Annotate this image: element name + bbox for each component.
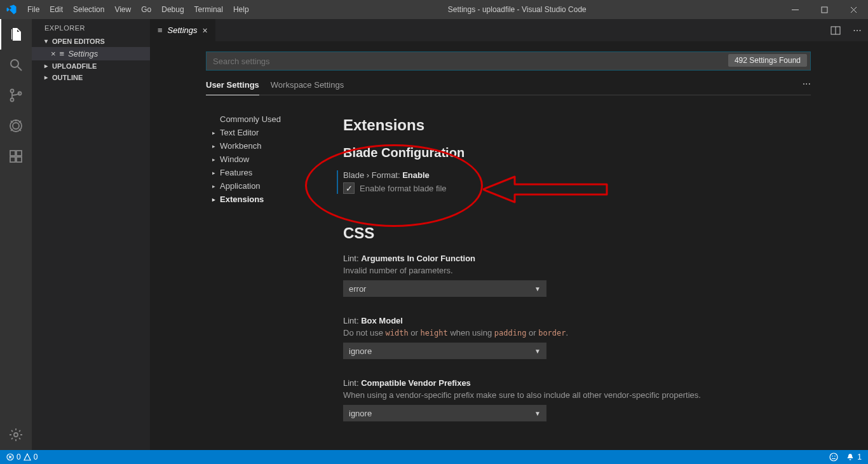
toc-window[interactable]: ▸Window [206,153,330,166]
chevron-down-icon: ▾ [44,38,52,44]
status-bar: 0 0 1 [0,450,868,464]
svg-rect-9 [10,157,15,162]
svg-point-17 [830,453,837,461]
svg-point-7 [13,123,19,129]
select-css-lint-box-model[interactable]: ignore▼ [343,343,546,359]
chevron-right-icon: ▸ [44,74,52,81]
results-count-badge: 492 Settings Found [728,54,807,67]
toc-commonly-used[interactable]: Commonly Used [206,113,330,126]
svg-point-12 [14,433,18,437]
svg-point-2 [11,60,18,67]
toc-features[interactable]: ▸Features [206,166,330,179]
svg-point-4 [11,99,14,102]
setting-description: When using a vendor-specific prefix make… [343,390,811,400]
settings-scope-tabs: User Settings Workspace Settings ··· [206,78,811,95]
menu-file[interactable]: File [22,0,44,19]
chevron-right-icon: ▸ [212,183,220,189]
window-controls [780,0,868,19]
project-section[interactable]: ▸UPLOADFILE [32,60,150,72]
setting-key: Blade › Format: Enable [343,170,811,180]
tab-workspace-settings[interactable]: Workspace Settings [271,80,344,95]
open-editors-section[interactable]: ▾OPEN EDITORS [32,36,150,47]
setting-key: Lint: Arguments In Color Function [343,254,811,263]
settings-list-icon: ≡ [158,25,163,35]
sidebar-header: EXPLORER [32,19,150,36]
explorer-sidebar: EXPLORER ▾OPEN EDITORS × ≡ Settings ▸UPL… [32,19,150,450]
close-icon[interactable]: × [51,49,56,58]
chevron-down-icon: ▼ [534,410,541,417]
toc-text-editor[interactable]: ▸Text Editor [206,126,330,139]
toc-application[interactable]: ▸Application [206,179,330,193]
close-tab-icon[interactable]: × [203,25,208,36]
heading-blade-configuration: Blade Configuration [343,146,811,160]
activity-bar [0,19,32,450]
source-control-icon[interactable] [0,80,32,111]
menu-debug[interactable]: Debug [156,0,189,19]
toc-workbench[interactable]: ▸Workbench [206,139,330,153]
settings-body: 492 Settings Found User Settings Workspa… [150,41,868,450]
setting-key: Lint: Box Model [343,316,811,325]
heading-css: CSS [343,224,811,242]
checkbox-blade-format-enable[interactable]: ✓ [343,182,355,194]
select-css-lint-vendor-prefixes[interactable]: ignore▼ [343,405,546,421]
chevron-down-icon: ▼ [534,285,541,292]
title-bar: File Edit Selection View Go Debug Termin… [0,0,868,19]
minimize-button[interactable] [780,0,810,19]
chevron-right-icon: ▸ [44,62,52,69]
editor-tabs: ≡ Settings × ··· [150,19,868,41]
settings-content[interactable]: Extensions Blade Configuration Blade › F… [330,106,811,450]
search-icon[interactable] [0,50,32,80]
svg-rect-8 [10,151,15,156]
split-editor-icon[interactable] [825,19,846,41]
more-actions-icon[interactable]: ··· [846,19,868,41]
chevron-right-icon: ▸ [212,156,220,163]
chevron-right-icon: ▸ [212,143,220,149]
gear-icon[interactable] [0,420,32,450]
files-icon[interactable] [0,19,32,50]
svg-point-19 [835,456,836,457]
toc-extensions[interactable]: ▸Extensions [206,193,330,206]
setting-css-lint-vendor-prefixes: Lint: Compatible Vendor Prefixes When us… [343,378,811,421]
select-css-lint-arguments[interactable]: error▼ [343,280,546,297]
search-wrap: 492 Settings Found [206,51,811,71]
menu-selection[interactable]: Selection [68,0,109,19]
svg-rect-0 [792,10,799,10]
open-editor-settings[interactable]: × ≡ Settings [32,47,150,60]
tab-user-settings[interactable]: User Settings [206,80,259,95]
maximize-button[interactable] [810,0,839,19]
setting-css-lint-arguments: Lint: Arguments In Color Function Invali… [343,254,811,297]
setting-description: Do not use width or height when using pa… [343,328,811,338]
outline-section[interactable]: ▸OUTLINE [32,72,150,83]
status-notifications[interactable]: 1 [846,453,862,461]
status-problems[interactable]: 0 0 [6,453,37,461]
svg-rect-11 [17,151,22,156]
settings-toc: Commonly Used ▸Text Editor ▸Workbench ▸W… [206,106,330,450]
setting-description: Invalid number of parameters. [343,266,811,275]
debug-icon[interactable] [0,111,32,141]
menu-go[interactable]: Go [136,0,156,19]
chevron-right-icon: ▸ [212,130,220,136]
settings-more-icon[interactable]: ··· [803,78,811,95]
app-logo-icon [0,4,22,15]
tab-settings[interactable]: ≡ Settings × [150,19,216,41]
close-button[interactable] [839,0,868,19]
menu-view[interactable]: View [109,0,136,19]
setting-description: Enable format blade file [360,184,447,193]
open-editor-label: Settings [68,49,98,58]
settings-search-input[interactable] [206,51,811,71]
status-feedback-icon[interactable] [829,453,838,461]
window-title: Settings - uploadfile - Visual Studio Co… [254,5,780,14]
setting-css-lint-box-model: Lint: Box Model Do not use width or heig… [343,316,811,359]
menu-edit[interactable]: Edit [44,0,68,19]
svg-point-18 [832,456,834,457]
svg-point-3 [11,90,14,93]
setting-blade-format-enable: Blade › Format: Enable ✓ Enable format b… [337,170,811,194]
main-menu: File Edit Selection View Go Debug Termin… [22,0,254,19]
setting-key: Lint: Compatible Vendor Prefixes [343,378,811,388]
editor-area: ≡ Settings × ··· 492 Settings Found User… [150,19,868,450]
settings-list-icon: ≡ [60,49,65,58]
menu-help[interactable]: Help [228,0,254,19]
menu-terminal[interactable]: Terminal [189,0,228,19]
tab-label: Settings [168,25,198,35]
extensions-icon[interactable] [0,141,32,172]
